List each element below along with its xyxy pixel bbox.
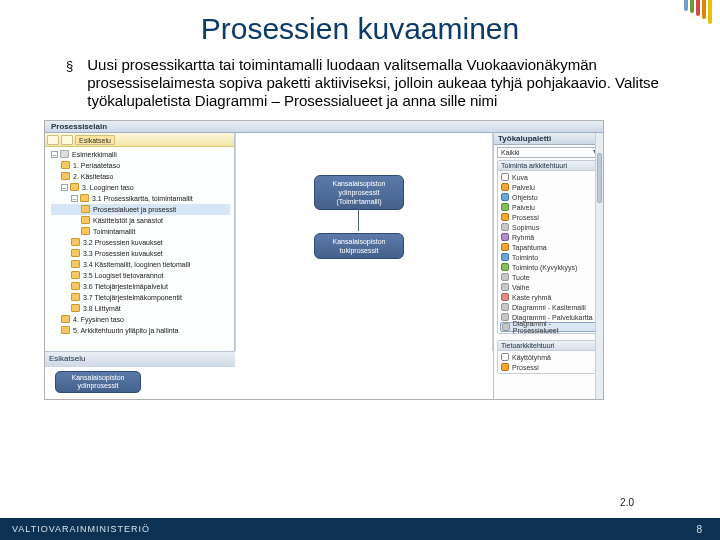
- tree-item[interactable]: 3.4 Käsitemallit, looginen tietomalli: [51, 259, 230, 270]
- bullet-row: § Uusi prosessikartta tai toimintamalli …: [0, 56, 720, 110]
- connector: [358, 201, 359, 231]
- shape-icon: [501, 273, 509, 281]
- process-browser-pane: Esikatselu –Esimerkkimalli1. Periaatetas…: [45, 133, 235, 351]
- shape-icon: [501, 213, 509, 221]
- shape-icon: [501, 183, 509, 191]
- bullet-mark: §: [66, 58, 73, 110]
- diagram-node[interactable]: Kansalaisopiston ydinprosessit (Toiminta…: [314, 175, 404, 210]
- shape-icon: [501, 253, 509, 261]
- palette-item[interactable]: Käyttötyhmä: [500, 352, 597, 362]
- palette-item[interactable]: Palvelu: [500, 182, 597, 192]
- tree-item[interactable]: 3.5 Loogiset tietovarannot: [51, 270, 230, 281]
- group-body: KäyttötyhmäProsessi: [498, 351, 599, 373]
- tree-item[interactable]: 3.8 Liittymät: [51, 303, 230, 314]
- palette-item[interactable]: Toiminto: [500, 252, 597, 262]
- shape-icon: [501, 313, 509, 321]
- shape-icon: [501, 173, 509, 181]
- palette-item[interactable]: Toiminto (Kyvykkyys): [500, 262, 597, 272]
- preview-header: Esikatselu: [45, 351, 235, 367]
- palette-group: Tietoarkkitehtuuri KäyttötyhmäProsessi: [497, 340, 600, 374]
- tree-item[interactable]: –3. Looginen taso: [51, 182, 230, 193]
- tree-item[interactable]: –Esimerkkimalli: [51, 149, 230, 160]
- preview-area: Kansalaisopiston ydinprosessit: [51, 369, 231, 399]
- shape-icon: [501, 193, 509, 201]
- tree-item[interactable]: Toimintamallit: [51, 226, 230, 237]
- tree-item[interactable]: 3.6 Tietojärjestelmäpalvelut: [51, 281, 230, 292]
- app-screenshot: Prosessiselain Esikatselu –Esimerkkimall…: [44, 120, 604, 400]
- toolbar-btn[interactable]: [47, 135, 59, 145]
- tree-item[interactable]: –3.1 Prosessikartta, toimintamallit: [51, 193, 230, 204]
- scroll-thumb[interactable]: [597, 153, 602, 203]
- palette-item[interactable]: Ohjeisto: [500, 192, 597, 202]
- group-body: KuvaPalveluOhjeistoPalveluProsessiSopimu…: [498, 171, 599, 333]
- shape-icon: [501, 303, 509, 311]
- tree-view[interactable]: –Esimerkkimalli1. Periaatetaso2. Käsitet…: [45, 147, 234, 338]
- palette-group: Toiminta arkkitehtuuri KuvaPalveluOhjeis…: [497, 160, 600, 334]
- group-header[interactable]: Tietoarkkitehtuuri: [498, 341, 599, 351]
- tree-item[interactable]: 4. Fyysinen taso: [51, 314, 230, 325]
- tree-item[interactable]: 3.2 Prosessien kuvaukset: [51, 237, 230, 248]
- tree-item[interactable]: 1. Periaatetaso: [51, 160, 230, 171]
- tree-item[interactable]: 5. Arkkitehtuurin ylläpito ja hallinta: [51, 325, 230, 336]
- slide-title: Prosessien kuvaaminen: [0, 12, 720, 46]
- shape-icon: [501, 263, 509, 271]
- shape-icon: [501, 293, 509, 301]
- palette-item[interactable]: Ryhmä: [500, 232, 597, 242]
- toolbar-btn[interactable]: [61, 135, 73, 145]
- tool-palette-pane: Työkalupaletti Kaikki Toiminta arkkiteht…: [493, 133, 603, 399]
- group-header[interactable]: Toiminta arkkitehtuuri: [498, 161, 599, 171]
- palette-item[interactable]: Kaste ryhmä: [500, 292, 597, 302]
- shape-icon: [502, 323, 510, 331]
- footer-bar: VALTIOVARAINMINISTERIÖ 8: [0, 518, 720, 540]
- palette-title: Työkalupaletti: [494, 133, 603, 145]
- preview-node: Kansalaisopiston ydinprosessit: [55, 371, 141, 393]
- preview-toggle[interactable]: Esikatselu: [75, 135, 115, 145]
- shape-icon: [501, 203, 509, 211]
- shape-icon: [501, 353, 509, 361]
- tree-item[interactable]: 2. Käsitetaso: [51, 171, 230, 182]
- palette-item[interactable]: Tapahtuma: [500, 242, 597, 252]
- palette-item[interactable]: Sopimus: [500, 222, 597, 232]
- palette-item[interactable]: Prosessi: [500, 212, 597, 222]
- palette-item[interactable]: Vaihe: [500, 282, 597, 292]
- palette-item[interactable]: Palvelu: [500, 202, 597, 212]
- palette-filter-dropdown[interactable]: Kaikki: [497, 147, 600, 158]
- tree-item[interactable]: 3.3 Prosessien kuvaukset: [51, 248, 230, 259]
- page-number: 8: [696, 524, 702, 535]
- diagram-canvas[interactable]: Kansalaisopiston ydinprosessit (Toiminta…: [235, 133, 493, 351]
- shape-icon: [501, 283, 509, 291]
- shape-icon: [501, 243, 509, 251]
- shape-icon: [501, 223, 509, 231]
- tree-item[interactable]: 3.7 Tietojärjestelmäkomponentit: [51, 292, 230, 303]
- org-name: VALTIOVARAINMINISTERIÖ: [12, 524, 150, 534]
- tree-item[interactable]: Käsitteistöt ja sanastot: [51, 215, 230, 226]
- decor-bars: [684, 0, 712, 24]
- shape-icon: [501, 233, 509, 241]
- palette-item[interactable]: Diagrammi - Kasitemalli: [500, 302, 597, 312]
- version-label: 2.0: [620, 497, 634, 508]
- browser-titlebar: Prosessiselain: [45, 121, 603, 133]
- scrollbar[interactable]: [595, 133, 603, 399]
- tree-item[interactable]: Prosessialueet ja prosessit: [51, 204, 230, 215]
- diagram-node[interactable]: Kansalaisopiston tukiprosessit: [314, 233, 404, 259]
- palette-item[interactable]: Prosessi: [500, 362, 597, 372]
- browser-toolbar: Esikatselu: [45, 133, 234, 147]
- bullet-text: Uusi prosessikartta tai toimintamalli lu…: [87, 56, 678, 110]
- palette-item[interactable]: Kuva: [500, 172, 597, 182]
- palette-item[interactable]: Diagrammi - Prosessialueet: [500, 322, 597, 332]
- shape-icon: [501, 363, 509, 371]
- palette-item[interactable]: Tuote: [500, 272, 597, 282]
